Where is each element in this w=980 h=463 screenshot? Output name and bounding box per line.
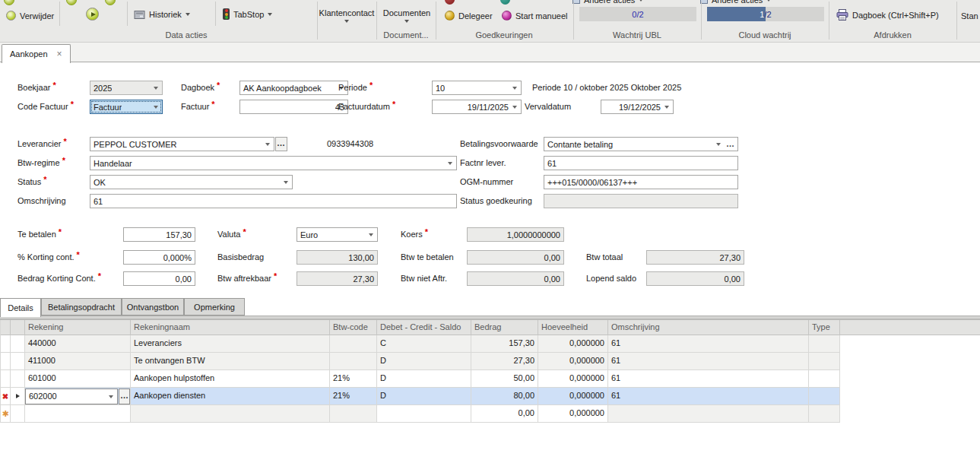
cell-omschrijving[interactable]: 61 bbox=[608, 335, 809, 353]
cell-type[interactable] bbox=[809, 370, 840, 388]
tabstop-button[interactable]: TabStop bbox=[223, 8, 272, 20]
factuur-input[interactable]: 43 bbox=[239, 100, 348, 114]
leverancier-select[interactable]: PEPPOL CUSTOMER bbox=[90, 137, 274, 151]
cell-type[interactable] bbox=[809, 405, 840, 423]
cutoff-button-icon bbox=[66, 0, 77, 5]
betalingsvoorwaarde-select[interactable]: Contante betaling … bbox=[544, 137, 738, 151]
app-window: Verwijder Historiek TabStop Data acties … bbox=[0, 0, 980, 463]
korting-bedrag-input[interactable]: 0,00 bbox=[123, 271, 195, 286]
klantencontact-button[interactable]: Klantencontact bbox=[317, 2, 376, 28]
cell-rekening[interactable] bbox=[25, 405, 131, 423]
andere-acties-button-partial[interactable]: Andere acties bbox=[572, 0, 643, 5]
progress-fill bbox=[707, 7, 766, 21]
cutoff-button-icon bbox=[4, 0, 14, 5]
tab-aankopen[interactable]: Aankopen × bbox=[2, 44, 71, 63]
play-button[interactable] bbox=[86, 8, 99, 21]
tab-ontvangstbon[interactable]: Ontvangstbon bbox=[122, 298, 184, 316]
cell-bedrag[interactable]: 80,00 bbox=[471, 388, 538, 405]
cloud-queue-progressbar: 1/2 bbox=[707, 7, 824, 21]
korting-pct-input[interactable]: 0,000% bbox=[123, 250, 195, 265]
delete-record-icon bbox=[6, 11, 16, 21]
tab-details[interactable]: Details bbox=[0, 298, 41, 317]
cell-rekening[interactable]: 601000 bbox=[25, 370, 131, 388]
cell-rekening[interactable]: 440000 bbox=[25, 335, 131, 353]
cell-btw-code[interactable] bbox=[330, 335, 377, 353]
cell-dcs[interactable] bbox=[377, 405, 471, 423]
cell-hoeveelheid[interactable]: 0,000000 bbox=[538, 353, 608, 370]
tab-close-icon[interactable]: × bbox=[57, 49, 62, 59]
cell-rekeningnaam[interactable]: Aankopen hulpstoffen bbox=[131, 370, 330, 388]
factnr-lever-input[interactable]: 61 bbox=[544, 156, 738, 170]
chevron-down-icon bbox=[268, 13, 272, 16]
cell-omschrijving[interactable] bbox=[608, 405, 809, 423]
cell-type[interactable] bbox=[809, 335, 840, 353]
cell-rekeningnaam[interactable] bbox=[131, 405, 330, 423]
cell-btw-code[interactable]: 21% bbox=[330, 388, 377, 405]
cell-hoeveelheid[interactable]: 0,000000 bbox=[538, 388, 608, 405]
ogm-nummer-input[interactable]: +++015/0000/06137+++ bbox=[544, 175, 738, 189]
vervaldatum-input[interactable]: 19/12/2025 bbox=[601, 100, 674, 114]
code-factuur-select[interactable]: Factuur bbox=[90, 100, 163, 114]
cell-rekeningnaam[interactable]: Leveranciers bbox=[131, 335, 330, 353]
cell-btw-code[interactable]: 21% bbox=[330, 370, 377, 388]
cell-hoeveelheid[interactable]: 0,000000 bbox=[538, 405, 608, 423]
delegeer-button[interactable]: Delegeer bbox=[445, 11, 493, 21]
cell-omschrijving[interactable]: 61 bbox=[608, 370, 809, 388]
leverancier-browse-button[interactable]: … bbox=[275, 137, 287, 151]
col-debet-credit-saldo[interactable]: Debet - Credit - Saldo bbox=[377, 320, 471, 335]
cell-dcs[interactable]: D bbox=[377, 370, 471, 388]
cell-omschrijving[interactable]: 61 bbox=[608, 353, 809, 370]
valuta-select[interactable]: Euro bbox=[297, 227, 378, 242]
cell-bedrag[interactable]: 0,00 bbox=[471, 405, 538, 423]
cell-rekening[interactable]: 602000 … bbox=[25, 388, 131, 405]
te-betalen-input[interactable]: 157,30 bbox=[123, 227, 195, 242]
col-rekeningnaam[interactable]: Rekeningnaam bbox=[131, 320, 330, 335]
historiek-button[interactable]: Historiek bbox=[134, 9, 190, 20]
cell-rekening[interactable]: 411000 bbox=[25, 353, 131, 370]
factuurdatum-input[interactable]: 19/11/2025 bbox=[432, 100, 522, 114]
rekening-select[interactable]: 602000 bbox=[25, 388, 118, 404]
cell-type[interactable] bbox=[809, 353, 840, 370]
col-omschrijving[interactable]: Omschrijving bbox=[608, 320, 809, 335]
status-select[interactable]: OK bbox=[90, 175, 293, 189]
cell-dcs[interactable]: C bbox=[377, 335, 471, 353]
btw-regime-select[interactable]: Handelaar bbox=[90, 156, 457, 170]
group-label-afdrukken: Afdrukken bbox=[829, 30, 956, 40]
col-btw-code[interactable]: Btw-code bbox=[330, 320, 377, 335]
col-type[interactable]: Type bbox=[809, 320, 840, 335]
delete-row-icon: ✖ bbox=[2, 392, 8, 401]
dagboek-print-button[interactable]: Dagboek (Ctrl+Shift+P) bbox=[836, 9, 939, 21]
tab-betalingsopdracht[interactable]: Betalingsopdracht bbox=[41, 298, 122, 316]
cell-rekeningnaam[interactable]: Te ontvangen BTW bbox=[131, 353, 330, 370]
cell-btw-code[interactable] bbox=[330, 405, 377, 423]
documenten-button[interactable]: Documenten bbox=[378, 2, 436, 28]
rekening-browse-button[interactable]: … bbox=[119, 388, 130, 404]
col-rekening[interactable]: Rekening bbox=[25, 320, 131, 335]
cell-bedrag[interactable]: 50,00 bbox=[471, 370, 538, 388]
cell-bedrag[interactable]: 27,30 bbox=[471, 353, 538, 370]
cell-btw-code[interactable] bbox=[330, 353, 377, 370]
standaard-button-partial[interactable]: Stan bbox=[961, 11, 978, 21]
cell-hoeveelheid[interactable]: 0,000000 bbox=[538, 335, 608, 353]
dagboek-select[interactable]: AK Aankoopdagboek bbox=[239, 81, 348, 95]
btw-aftrekbaar-field: 27,30 bbox=[297, 271, 378, 286]
cell-bedrag[interactable]: 157,30 bbox=[471, 335, 538, 353]
omschrijving-label: Omschrijving bbox=[17, 196, 66, 205]
verwijder-button[interactable]: Verwijder bbox=[6, 11, 54, 21]
cell-dcs[interactable]: D bbox=[377, 388, 471, 405]
betalingsvoorwaarde-browse-icon[interactable]: … bbox=[726, 139, 734, 148]
omschrijving-input[interactable]: 61 bbox=[90, 194, 457, 208]
cell-type[interactable] bbox=[809, 388, 840, 405]
andere-acties-button-partial[interactable]: Andere acties bbox=[700, 0, 771, 5]
cell-dcs[interactable]: D bbox=[377, 353, 471, 370]
start-manueel-button[interactable]: Start manueel bbox=[502, 11, 567, 21]
col-hoeveelheid[interactable]: Hoeveelheid bbox=[538, 320, 608, 335]
cell-rekeningnaam[interactable]: Aankopen diensten bbox=[131, 388, 330, 405]
boekjaar-select: 2025 bbox=[90, 81, 163, 95]
document-tabbar: Aankopen × bbox=[0, 43, 980, 62]
cell-omschrijving[interactable]: 61 bbox=[608, 388, 809, 405]
tab-opmerking[interactable]: Opmerking bbox=[184, 298, 245, 316]
col-bedrag[interactable]: Bedrag bbox=[471, 320, 538, 335]
periode-select[interactable]: 10 bbox=[432, 81, 522, 95]
cell-hoeveelheid[interactable]: 0,000000 bbox=[538, 370, 608, 388]
